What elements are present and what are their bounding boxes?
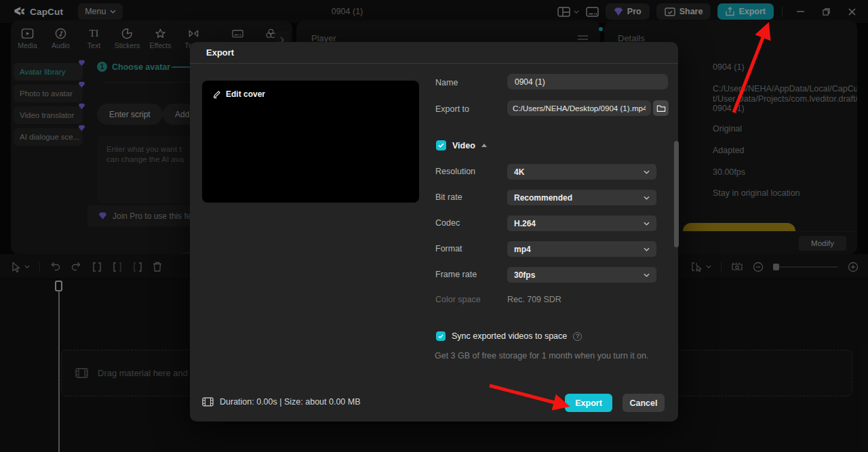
- codec-value: H.264: [514, 219, 536, 228]
- export-confirm-button[interactable]: Export: [565, 394, 612, 412]
- sync-row: Sync exported videos to space ?: [436, 331, 582, 341]
- chevron-down-icon: [644, 170, 650, 174]
- chevron-down-icon: [644, 273, 650, 277]
- film-icon: [202, 397, 214, 407]
- name-label: Name: [435, 78, 458, 87]
- framerate-label: Frame rate: [435, 270, 477, 279]
- export-summary: Duration: 0.00s | Size: about 0.00 MB: [202, 397, 361, 407]
- bitrate-value: Recommended: [514, 193, 572, 203]
- video-section-toggle[interactable]: Video: [436, 140, 487, 150]
- sync-label: Sync exported videos to space: [452, 331, 567, 341]
- export-confirm-label: Export: [575, 398, 602, 408]
- chevron-down-icon: [644, 247, 650, 251]
- check-icon: [438, 334, 443, 339]
- color-space-value: Rec. 709 SDR: [507, 295, 561, 304]
- codec-label: Codec: [435, 218, 460, 228]
- edit-cover-label: Edit cover: [226, 89, 265, 99]
- export-dialog: Export Edit cover Name Export to Video R…: [190, 42, 678, 422]
- folder-icon: [656, 104, 666, 112]
- framerate-select[interactable]: 30fps: [507, 267, 656, 283]
- codec-select[interactable]: H.264: [507, 215, 656, 231]
- cancel-label: Cancel: [630, 398, 658, 408]
- bitrate-select[interactable]: Recommended: [507, 190, 656, 205]
- duration-size-text: Duration: 0.00s | Size: about 0.00 MB: [220, 397, 361, 407]
- format-select[interactable]: mp4: [507, 241, 656, 257]
- bitrate-label: Bit rate: [435, 192, 462, 202]
- export-to-label: Export to: [435, 104, 469, 114]
- pencil-icon: [212, 89, 221, 99]
- resolution-label: Resolution: [435, 167, 475, 176]
- collapse-caret-icon[interactable]: [481, 144, 487, 147]
- chevron-down-icon: [644, 222, 650, 226]
- color-space-label: Color space: [435, 295, 481, 304]
- export-dialog-title: Export: [206, 47, 234, 58]
- cancel-button[interactable]: Cancel: [623, 394, 665, 412]
- format-value: mp4: [514, 245, 531, 254]
- framerate-value: 30fps: [514, 270, 535, 280]
- export-to-input[interactable]: [507, 100, 651, 116]
- storage-note: Get 3 GB of free storage for 1 month whe…: [435, 351, 648, 361]
- format-label: Format: [435, 244, 462, 253]
- check-icon: [438, 143, 444, 148]
- sync-checkbox[interactable]: [436, 331, 446, 341]
- video-section-label: Video: [452, 141, 475, 150]
- cover-preview[interactable]: Edit cover: [202, 81, 419, 203]
- export-dialog-header: Export: [190, 42, 678, 64]
- help-icon[interactable]: ?: [573, 332, 582, 341]
- browse-folder-button[interactable]: [653, 100, 669, 116]
- resolution-value: 4K: [514, 167, 524, 177]
- dialog-scrollbar-thumb[interactable]: [674, 141, 679, 247]
- name-input[interactable]: [507, 74, 668, 89]
- video-checkbox[interactable]: [436, 140, 446, 150]
- capcut-window: CapCut Menu 0904 (1) Pro: [0, 0, 868, 452]
- chevron-down-icon: [644, 196, 650, 200]
- resolution-select[interactable]: 4K: [507, 164, 656, 180]
- edit-cover-button[interactable]: Edit cover: [212, 89, 265, 99]
